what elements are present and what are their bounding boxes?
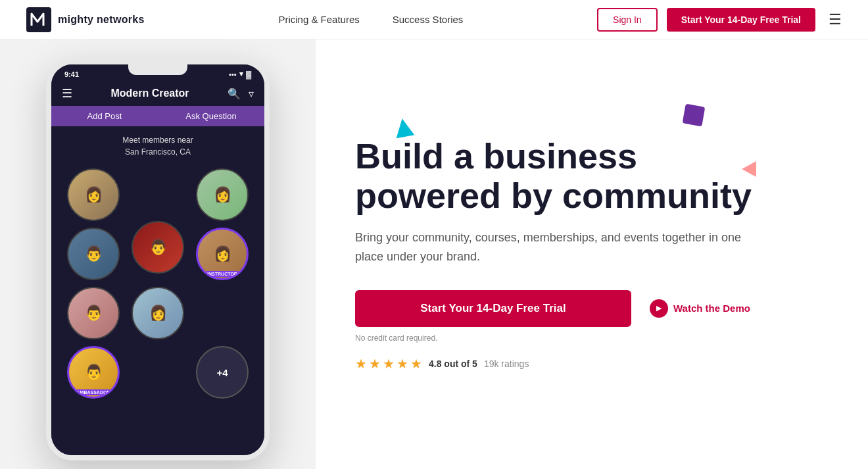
header-trial-button[interactable]: Start Your 14-Day Free Trial xyxy=(667,8,815,32)
hero-subtitle: Bring your community, courses, membershi… xyxy=(355,228,750,266)
signin-button[interactable]: Sign In xyxy=(597,8,658,32)
rating-value: 4.8 out of 5 xyxy=(429,358,477,369)
avatar-grid: 👩 👩 👨 xyxy=(62,168,254,399)
star-3: ★ xyxy=(383,356,395,372)
avatar-cell-5: 👨 xyxy=(129,228,187,280)
avatar-8-img: 👩 xyxy=(133,288,183,338)
phone-panel: 9:41 ▪▪▪ ▾ ▓ ☰ Modern Creator 🔍 ▿ Add Po… xyxy=(0,39,316,469)
avatar-4[interactable]: 👨 xyxy=(67,228,120,280)
avatar-1[interactable]: 👩 xyxy=(67,168,120,221)
phone-tabs: Add Post Ask Question xyxy=(51,106,264,126)
logo-icon xyxy=(26,7,51,32)
hero-title: Build a business powered by community xyxy=(355,137,783,215)
avatar-plus-count: +4 xyxy=(216,367,228,378)
phone-location-line1: Meet members near xyxy=(62,134,254,146)
teal-triangle-shape xyxy=(393,117,414,138)
rating-row: ★ ★ ★ ★ ★ 4.8 out of 5 19k ratings xyxy=(355,356,815,372)
avatar-cell-plus: +4 xyxy=(193,346,251,399)
avatar-cell-1: 👩 xyxy=(64,168,122,221)
phone-time: 9:41 xyxy=(64,70,79,78)
star-2: ★ xyxy=(369,356,381,372)
star-1: ★ xyxy=(355,356,367,372)
battery-icon: ▓ xyxy=(246,70,251,78)
avatar-7-img: 👨 xyxy=(68,288,118,338)
avatar-ambassador[interactable]: 👨 AMBASSADOR xyxy=(67,346,120,399)
no-credit-text: No credit card required. xyxy=(355,333,815,343)
phone-menu-icon[interactable]: ☰ xyxy=(62,86,72,101)
avatar-cell-2 xyxy=(129,168,187,221)
avatar-1-img: 👩 xyxy=(68,170,118,220)
avatar-6[interactable]: 👩 INSTRUCTOR xyxy=(196,228,249,280)
phone-tab-ask-question[interactable]: Ask Question xyxy=(158,106,264,126)
avatar-4-img: 👨 xyxy=(68,229,118,279)
avatar-3-img: 👩 xyxy=(197,170,247,220)
avatar-2-img: 👨 xyxy=(133,222,183,272)
hero-trial-button[interactable]: Start Your 14-Day Free Trial xyxy=(355,290,631,327)
avatar-cell-6: 👩 INSTRUCTOR xyxy=(193,228,251,280)
logo[interactable]: mighty networks xyxy=(26,7,145,32)
signal-icon: ▪▪▪ xyxy=(229,70,237,78)
star-4: ★ xyxy=(397,356,408,372)
avatar-8[interactable]: 👩 xyxy=(132,287,184,339)
status-icons: ▪▪▪ ▾ ▓ xyxy=(229,70,251,78)
avatar-2[interactable]: 👨 xyxy=(132,221,184,274)
cta-row: Start Your 14-Day Free Trial ▶ Watch the… xyxy=(355,290,815,327)
nav-stories[interactable]: Success Stories xyxy=(393,14,464,25)
wifi-icon: ▾ xyxy=(239,70,243,78)
phone-app-title: Modern Creator xyxy=(110,87,189,99)
star-5: ★ xyxy=(410,356,422,372)
main-content: 9:41 ▪▪▪ ▾ ▓ ☰ Modern Creator 🔍 ▿ Add Po… xyxy=(0,39,868,469)
avatar-cell-4: 👨 xyxy=(64,228,122,280)
purple-square-shape xyxy=(683,104,706,127)
main-nav: Pricing & Features Success Stories xyxy=(278,14,463,25)
avatar-7[interactable]: 👨 xyxy=(67,287,120,339)
avatar-plus[interactable]: +4 xyxy=(196,346,249,399)
avatar-3[interactable]: 👩 xyxy=(196,168,249,221)
phone-body: Meet members near San Francisco, CA 👩 xyxy=(51,126,264,455)
instructor-badge: INSTRUCTOR xyxy=(205,271,240,277)
header: mighty networks Pricing & Features Succe… xyxy=(0,0,868,39)
nav-right: Sign In Start Your 14-Day Free Trial ☰ xyxy=(597,8,842,32)
nav-pricing[interactable]: Pricing & Features xyxy=(278,14,359,25)
stars: ★ ★ ★ ★ ★ xyxy=(355,356,422,372)
phone-header-actions: 🔍 ▿ xyxy=(228,87,254,100)
rating-count: 19k ratings xyxy=(484,358,529,369)
hero-panel: Build a business powered by community Br… xyxy=(316,39,868,469)
coral-triangle-shape xyxy=(733,161,756,177)
phone-notch xyxy=(128,64,187,75)
phone-app-header: ☰ Modern Creator 🔍 ▿ xyxy=(51,81,264,106)
logo-text: mighty networks xyxy=(58,14,145,26)
phone-tab-add-post[interactable]: Add Post xyxy=(51,106,158,126)
avatar-cell-3: 👩 xyxy=(193,168,251,221)
watch-demo-text: Watch the Demo xyxy=(673,303,750,314)
phone-location: Meet members near San Francisco, CA xyxy=(62,134,254,158)
avatar-cell-8: 👩 xyxy=(129,287,187,339)
hamburger-icon[interactable]: ☰ xyxy=(829,11,842,28)
phone-location-line2: San Francisco, CA xyxy=(62,146,254,158)
avatar-cell-amb: 👨 AMBASSADOR xyxy=(64,346,122,399)
avatar-cell-7: 👨 xyxy=(64,287,122,339)
ambassador-badge: AMBASSADOR xyxy=(74,389,113,395)
watch-demo-link[interactable]: ▶ Watch the Demo xyxy=(650,299,750,318)
avatar-cell-empty xyxy=(129,346,187,399)
phone-search-icon[interactable]: 🔍 xyxy=(228,87,241,100)
play-icon: ▶ xyxy=(650,299,668,318)
phone-mockup: 9:41 ▪▪▪ ▾ ▓ ☰ Modern Creator 🔍 ▿ Add Po… xyxy=(46,59,270,460)
phone-filter-icon[interactable]: ▿ xyxy=(249,87,254,100)
avatar-cell-9 xyxy=(193,287,251,339)
